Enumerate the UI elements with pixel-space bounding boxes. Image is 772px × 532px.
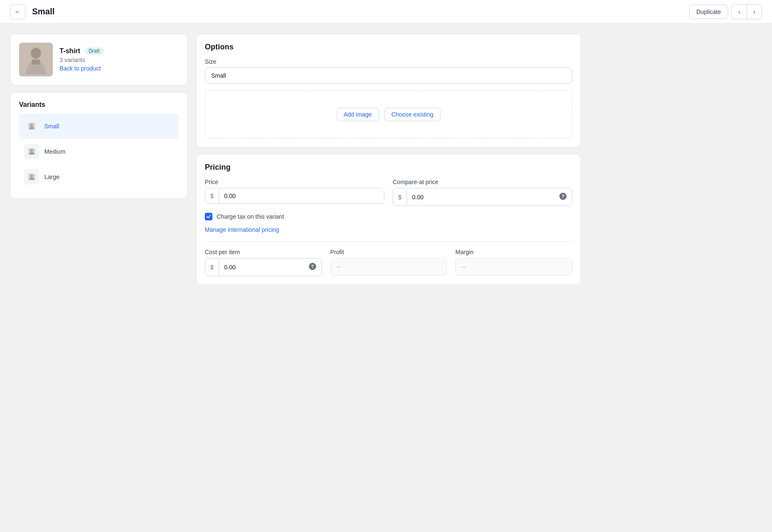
variant-icon-large (24, 169, 39, 185)
variants-card: Variants Small (10, 92, 188, 198)
compare-price-input[interactable] (407, 190, 554, 205)
options-title: Options (205, 43, 572, 52)
svg-point-1 (31, 48, 41, 59)
variant-item-large[interactable]: Large (19, 164, 179, 190)
cost-help-icon[interactable]: ? (304, 258, 321, 276)
svg-point-4 (30, 124, 33, 126)
cost-input-wrapper: $ ? (205, 258, 322, 276)
nav-buttons: ‹ › (731, 4, 762, 19)
variant-item-small[interactable]: Small (19, 114, 179, 139)
right-column: Options Size Add image Choose existing P… (196, 34, 581, 285)
compare-prefix: $ (393, 190, 407, 205)
cost-prefix: $ (205, 260, 219, 275)
charge-tax-row: Charge tax on this variant (205, 213, 572, 220)
price-field: Price $ (205, 179, 384, 206)
product-info: T-shirt Draft 3 variants Back to product (60, 47, 104, 72)
charge-tax-label: Charge tax on this variant (217, 213, 284, 220)
variant-icon-small (24, 119, 39, 134)
draft-badge: Draft (84, 47, 104, 55)
variant-icon-medium (24, 144, 39, 159)
pricing-card: Pricing Price $ Compare-at price $ (196, 154, 581, 285)
variant-name-medium: Medium (44, 148, 65, 155)
margin-field: Margin -- (455, 249, 572, 276)
product-image (19, 43, 53, 76)
choose-existing-button[interactable]: Choose existing (384, 108, 441, 121)
cost-label: Cost per item (205, 249, 322, 255)
variants-count: 3 variants (60, 57, 104, 63)
back-arrow-icon: ← (14, 8, 21, 16)
manage-international-pricing-link[interactable]: Manage international pricing (205, 226, 279, 233)
svg-text:?: ? (311, 264, 314, 269)
pricing-divider (205, 242, 572, 242)
prev-icon: ‹ (738, 8, 740, 15)
profit-label: Profit (330, 249, 447, 255)
add-image-button[interactable]: Add image (337, 108, 379, 121)
variant-name-small: Small (44, 123, 59, 130)
margin-label: Margin (455, 249, 572, 255)
compare-help-icon[interactable]: ? (554, 188, 572, 206)
next-icon: › (753, 8, 756, 15)
left-column: T-shirt Draft 3 variants Back to product… (10, 34, 188, 285)
cost-input[interactable] (219, 260, 304, 275)
svg-point-6 (30, 149, 33, 152)
checkmark-icon (206, 214, 211, 219)
product-name: T-shirt (60, 47, 80, 55)
product-name-row: T-shirt Draft (60, 47, 104, 55)
top-bar-right: Duplicate ‹ › (689, 4, 762, 19)
main-content: T-shirt Draft 3 variants Back to product… (0, 24, 591, 295)
price-prefix: $ (205, 188, 219, 204)
svg-rect-2 (32, 60, 40, 65)
options-card: Options Size Add image Choose existing (196, 34, 581, 147)
pricing-title: Pricing (205, 163, 572, 172)
top-bar: ← Small Duplicate ‹ › (0, 0, 772, 24)
cost-row: Cost per item $ ? Profit - (205, 249, 572, 276)
back-to-product-link[interactable]: Back to product (60, 65, 104, 72)
top-bar-left: ← Small (10, 4, 54, 19)
price-input[interactable] (219, 188, 384, 204)
variant-name-large: Large (44, 174, 60, 180)
price-input-wrapper: $ (205, 188, 384, 204)
page-title: Small (32, 7, 54, 16)
compare-price-label: Compare-at price (393, 179, 572, 185)
svg-point-8 (30, 174, 33, 177)
product-image-svg (19, 43, 53, 76)
next-button[interactable]: › (747, 4, 762, 19)
size-input[interactable] (205, 68, 572, 84)
pricing-row: Price $ Compare-at price $ ? (205, 179, 572, 206)
profit-value: -- (330, 258, 447, 276)
prev-button[interactable]: ‹ (731, 4, 747, 19)
charge-tax-checkbox[interactable] (205, 213, 212, 220)
product-card: T-shirt Draft 3 variants Back to product (10, 34, 188, 85)
duplicate-button[interactable]: Duplicate (689, 5, 728, 19)
compare-price-input-wrapper: $ ? (393, 188, 572, 206)
variants-title: Variants (19, 101, 179, 109)
profit-field: Profit -- (330, 249, 447, 276)
back-button[interactable]: ← (10, 4, 25, 19)
svg-text:?: ? (562, 194, 565, 199)
compare-price-field: Compare-at price $ ? (393, 179, 572, 206)
cost-field: Cost per item $ ? (205, 249, 322, 276)
price-label: Price (205, 179, 384, 185)
variant-item-medium[interactable]: Medium (19, 139, 179, 164)
margin-value: -- (455, 258, 572, 276)
image-upload-area: Add image Choose existing (205, 90, 572, 138)
size-label: Size (205, 58, 572, 65)
